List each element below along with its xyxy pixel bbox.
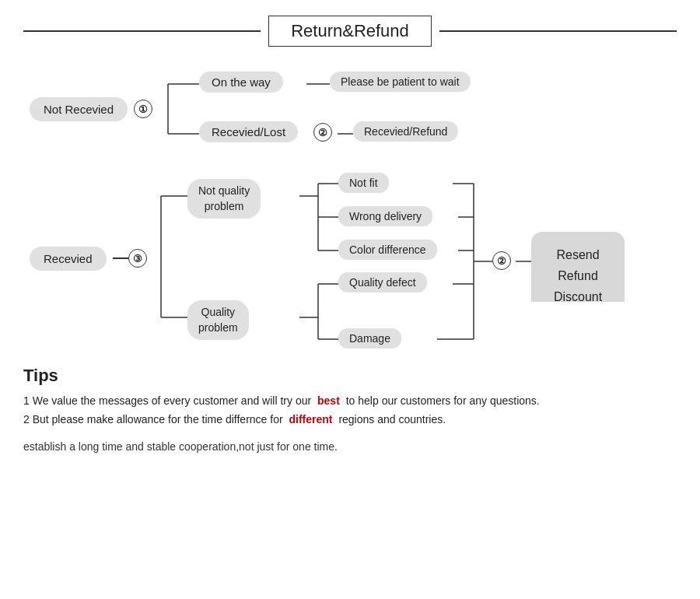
not-quality-node: Not qualityproblem bbox=[187, 179, 261, 219]
title-line-left bbox=[23, 30, 261, 32]
section2-diagram: Recevied ③ Not qualityproblem Qualitypro… bbox=[23, 173, 677, 344]
rrd-box: Resend Refund Discount bbox=[531, 232, 625, 302]
section1-tree-svg: On the way Please be patient to wait Rec… bbox=[152, 70, 541, 148]
please-be-patient-node: Please be patient to wait bbox=[330, 72, 471, 92]
tips-line1: 1 We value the messages of every custome… bbox=[23, 392, 677, 411]
h-line-recv bbox=[113, 257, 128, 259]
page-title: Return&Refund bbox=[268, 16, 432, 47]
tips-highlight-best: best bbox=[317, 394, 340, 407]
on-the-way-node: On the way bbox=[199, 72, 283, 93]
circle-3: ③ bbox=[128, 249, 147, 268]
tips-line2: 2 But please make allowance for the time… bbox=[23, 411, 677, 429]
color-difference-node: Color difference bbox=[338, 240, 437, 260]
tips-highlight-different: different bbox=[289, 413, 332, 426]
not-received-node: Not Recevied bbox=[30, 97, 128, 121]
damage-node: Damage bbox=[338, 328, 401, 349]
circle-2: ② bbox=[313, 123, 332, 142]
quality-problem-node: Qualityproblem bbox=[187, 300, 249, 340]
received-node: Recevied bbox=[30, 247, 107, 271]
not-fit-node: Not fit bbox=[338, 173, 389, 193]
circle-2b: ② bbox=[492, 251, 511, 270]
section2-tree-svg: Not qualityproblem Qualityproblem Not fi… bbox=[147, 173, 614, 344]
section1-diagram: Not Recevied ① On the way Please be pati… bbox=[23, 70, 677, 148]
received-lost-node: Recevied/Lost bbox=[199, 121, 298, 142]
quality-defect-node: Quality defect bbox=[338, 272, 427, 292]
tips-extra: establish a long time and stable coopera… bbox=[23, 440, 677, 453]
title-row: Return&Refund bbox=[23, 16, 677, 47]
wrong-delivery-node: Wrong delivery bbox=[338, 206, 432, 226]
tips-section: Tips 1 We value the messages of every cu… bbox=[23, 366, 677, 453]
title-line-right bbox=[439, 30, 677, 32]
circle-1: ① bbox=[134, 100, 152, 118]
tips-title: Tips bbox=[23, 366, 677, 386]
received-refund-node: Recevied/Refund bbox=[353, 121, 458, 142]
